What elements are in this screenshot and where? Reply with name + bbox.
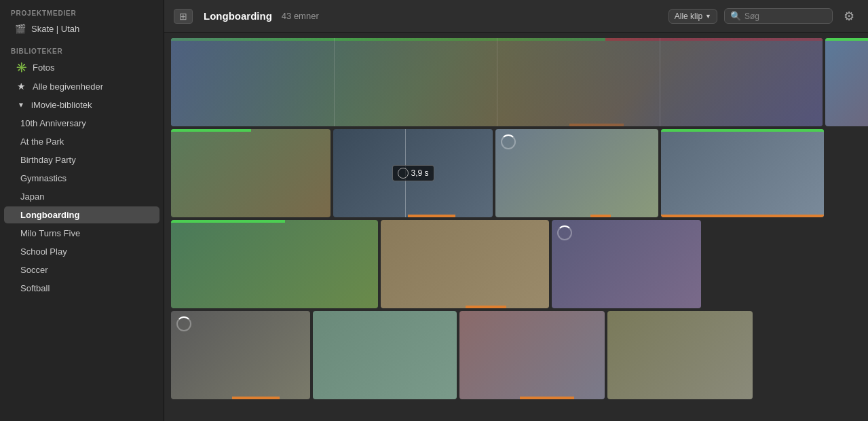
item-softball-label: Softball (20, 283, 50, 293)
green-bar (825, 38, 868, 41)
grid-row-4 (171, 311, 861, 399)
clip-4c[interactable] (459, 311, 605, 399)
clip-2a-top (171, 129, 331, 132)
toolbar: ⊞ Longboarding 43 emner Alle klip ▼ 🔍 ⚙ (164, 0, 868, 33)
imovie-label: iMovie-bibliotek (31, 100, 92, 110)
green-bar (171, 38, 605, 41)
search-box[interactable]: 🔍 (724, 8, 833, 24)
clip-2c-bottom (495, 215, 658, 217)
clip-2d-top (661, 129, 824, 132)
duration-text: 3,9 s (411, 168, 428, 178)
libraries-section-label: BIBLIOTEKER (0, 38, 164, 58)
clip-1b[interactable] (825, 38, 868, 126)
grid-row-2: 3,9 s (171, 129, 861, 217)
item-gymnastics-label: Gymnastics (20, 173, 67, 183)
sidebar-item-schoolplay[interactable]: School Play (4, 243, 159, 260)
sidebar-item-fotos[interactable]: ✳️ Fotos (4, 58, 159, 76)
item-japan-label: Japan (20, 191, 44, 202)
sidebar-item-soccer[interactable]: Soccer (4, 261, 159, 278)
sidebar-item-10th[interactable]: 10th Anniversary (4, 115, 159, 132)
clip-2b-bottom (333, 215, 493, 217)
item-atpark-label: At the Park (20, 136, 64, 147)
green-bar (171, 129, 251, 132)
clip-1[interactable] (171, 38, 823, 126)
clip-3b[interactable] (381, 220, 549, 308)
sidebar-item-softball[interactable]: Softball (4, 280, 159, 297)
panel-toggle-button[interactable]: ⊞ (174, 9, 193, 24)
clip-duration-badge: 3,9 s (392, 165, 434, 181)
clip-4a-bottom (171, 397, 310, 399)
sidebar-item-imovie-bibliotek[interactable]: ▼ iMovie-bibliotek (4, 96, 159, 113)
project-item-skate[interactable]: 🎬 Skate | Utah (4, 20, 159, 37)
star-icon: ★ (15, 81, 27, 92)
green-bar (171, 220, 285, 223)
settings-button[interactable]: ⚙ (839, 7, 858, 26)
item-longboarding-label: Longboarding (20, 210, 79, 220)
clip-grid: 3,9 s (164, 33, 868, 421)
clip-3c[interactable] (552, 220, 701, 308)
triangle-icon: ▼ (15, 101, 27, 109)
grid-row-1 (171, 38, 861, 126)
orange-bar (232, 397, 280, 399)
orange-bar (520, 397, 574, 399)
orange-bar (590, 215, 611, 217)
filter-dropdown[interactable]: Alle klip ▼ (668, 9, 717, 24)
clip-2a[interactable] (171, 129, 331, 217)
clip-3a[interactable] (171, 220, 378, 308)
sidebar-alle-label: Alle begivenheder (33, 81, 103, 92)
clip-1b-top (825, 38, 868, 41)
clip-4a[interactable] (171, 311, 310, 399)
clip-4d[interactable] (607, 311, 753, 399)
loading-spinner (557, 225, 572, 240)
clip-3a-top (171, 220, 378, 223)
filmstrip-divider (497, 38, 497, 126)
red-bar (605, 38, 823, 41)
sidebar-fotos-label: Fotos (33, 62, 55, 73)
grid-row-3 (171, 220, 861, 308)
sidebar-item-japan[interactable]: Japan (4, 188, 159, 205)
fotos-icon: ✳️ (15, 62, 27, 73)
search-icon: 🔍 (730, 11, 741, 21)
item-count: 43 emner (282, 11, 319, 21)
main-content: ⊞ Longboarding 43 emner Alle klip ▼ 🔍 ⚙ (164, 0, 868, 421)
item-soccer-label: Soccer (20, 265, 48, 275)
loading-spinner (501, 134, 516, 149)
chevron-down-icon: ▼ (705, 13, 711, 20)
item-10th-label: 10th Anniversary (20, 118, 86, 128)
clip-4b[interactable] (313, 311, 457, 399)
clip-2c[interactable] (495, 129, 658, 217)
sidebar-item-longboarding[interactable]: Longboarding (4, 206, 159, 223)
clip-4c-bottom (459, 397, 605, 399)
filmstrip-divider (660, 38, 660, 126)
clip-3b-bottom (381, 306, 549, 308)
clip-2b[interactable]: 3,9 s (333, 129, 493, 217)
page-title: Longboarding (204, 10, 272, 22)
sidebar-item-atpark[interactable]: At the Park (4, 133, 159, 150)
sidebar-item-alle[interactable]: ★ Alle begivenheder (4, 77, 159, 95)
filmstrip-divider (334, 38, 335, 126)
item-miloturns-label: Milo Turns Five (20, 228, 80, 238)
clapper-icon: 🎬 (15, 24, 26, 34)
item-schoolplay-label: School Play (20, 246, 67, 257)
clock-icon (397, 168, 408, 179)
project-label: Skate | Utah (31, 24, 79, 34)
sidebar-item-birthday[interactable]: Birthday Party (4, 151, 159, 168)
orange-bar (408, 215, 455, 217)
orange-bar (466, 306, 506, 308)
clip-2d-bottom (661, 215, 824, 217)
sidebar-item-miloturns[interactable]: Milo Turns Five (4, 225, 159, 242)
green-bar (661, 129, 824, 132)
filter-label: Alle klip (675, 12, 702, 21)
orange-bar (661, 215, 824, 217)
loading-spinner (176, 316, 191, 331)
sidebar: PROJEKTMEDIER 🎬 Skate | Utah BIBLIOTEKER… (0, 0, 164, 421)
sidebar-item-gymnastics[interactable]: Gymnastics (4, 170, 159, 187)
orange-bar (569, 124, 624, 126)
projects-section-label: PROJEKTMEDIER (0, 0, 164, 20)
item-birthday-label: Birthday Party (20, 155, 76, 165)
search-input[interactable] (744, 12, 827, 21)
clip-2d[interactable] (661, 129, 824, 217)
